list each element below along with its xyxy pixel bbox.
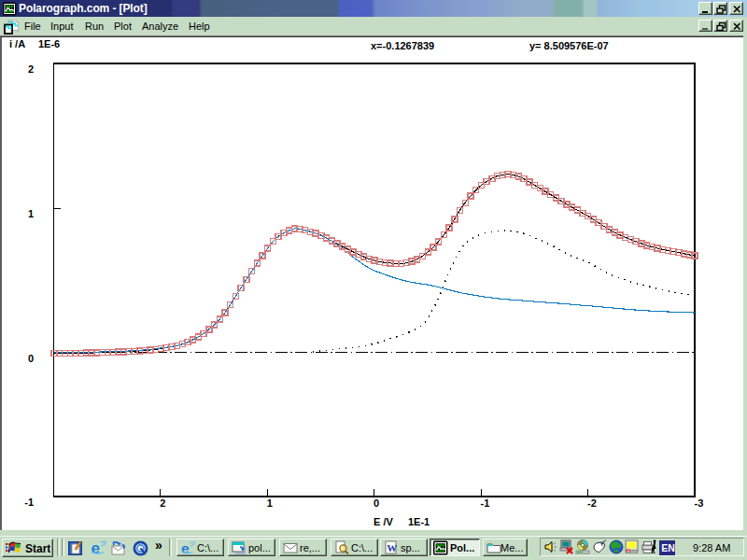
svg-text:-1: -1 [24,497,34,508]
svg-text:y= 8.509576E-07: y= 8.509576E-07 [529,40,609,51]
svg-text:2: 2 [160,497,165,509]
svg-text:2: 2 [28,63,34,75]
svg-text:EN: EN [661,542,675,553]
svg-text:W: W [387,542,397,553]
svg-text:1E-6: 1E-6 [38,38,60,49]
svg-text:-1: -1 [481,497,490,509]
svg-text:E /V: E /V [374,516,393,527]
svg-text:-3: -3 [695,497,704,509]
svg-text:0: 0 [28,353,34,364]
svg-text:i /A: i /A [9,38,25,49]
svg-text:1: 1 [28,208,34,219]
svg-text:-2: -2 [587,497,597,509]
svg-text:0: 0 [374,497,379,509]
svg-text:1E-1: 1E-1 [408,516,430,527]
svg-text:1: 1 [267,497,273,509]
svg-text:x=-0.1267839: x=-0.1267839 [371,40,434,51]
